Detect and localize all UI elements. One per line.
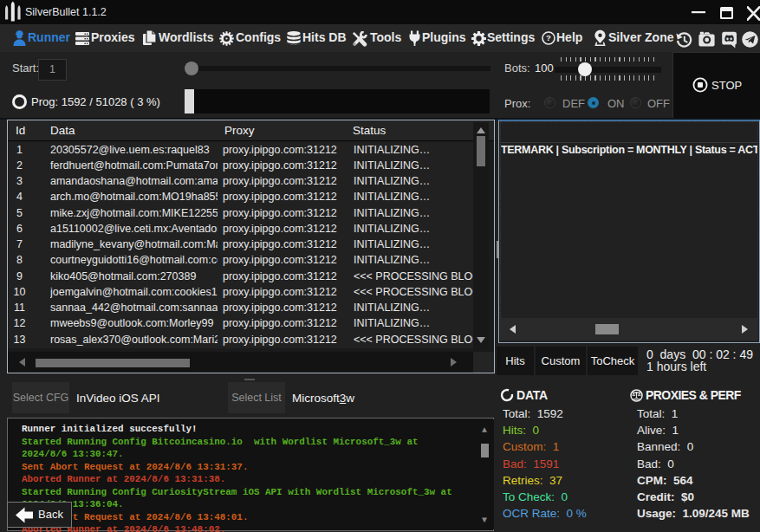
svg-text:?: ? — [546, 33, 551, 42]
